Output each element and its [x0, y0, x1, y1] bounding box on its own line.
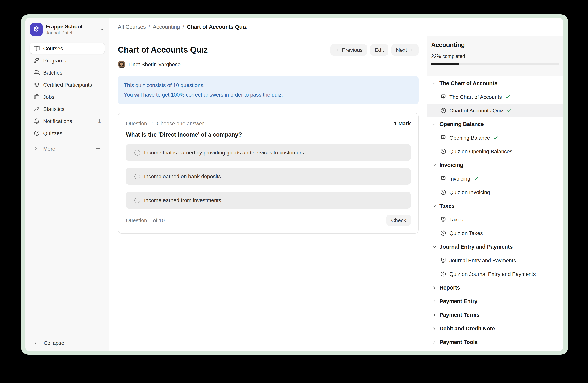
- breadcrumb-link[interactable]: Accounting: [153, 24, 180, 30]
- page-title: Chart of Accounts Quiz: [118, 45, 208, 55]
- chevron-down-icon: [432, 163, 437, 168]
- answer-options: Income that is earned by providing goods…: [126, 144, 411, 209]
- route-icon: [34, 57, 40, 63]
- outline-section-journal-entry-and-payments[interactable]: Journal Entry and Payments: [427, 240, 563, 254]
- section-title: Reports: [440, 285, 460, 291]
- chevron-right-icon: [432, 340, 437, 345]
- author-row: Linet Sherin Varghese: [118, 60, 419, 68]
- quiz-icon: [440, 271, 446, 277]
- workspace-title: Frappe School: [46, 23, 99, 30]
- chevron-right-icon: [410, 48, 414, 52]
- sidebar-item-label: Quizzes: [43, 130, 101, 136]
- course-title: Accounting: [431, 41, 559, 48]
- section-title: The Chart of Accounts: [440, 80, 497, 86]
- chevron-right-icon: [432, 285, 437, 290]
- sidebar-item-label: Courses: [43, 45, 101, 51]
- trending-up-icon: [34, 106, 40, 112]
- author-avatar: [118, 60, 126, 68]
- outline-section-payment-terms[interactable]: Payment Terms: [427, 308, 563, 322]
- plus-icon[interactable]: [95, 146, 101, 151]
- breadcrumb-current: Chart of Accounts Quiz: [187, 24, 247, 30]
- outline-item-opening-balance[interactable]: Opening Balance: [427, 131, 563, 145]
- chevron-down-icon[interactable]: [99, 27, 105, 32]
- outline-item-quiz-on-opening-balances[interactable]: Quiz on Opening Balances: [427, 145, 563, 158]
- previous-button[interactable]: Previous: [330, 44, 367, 56]
- chevron-right-icon: [34, 146, 39, 151]
- outline-item-quiz-on-invoicing[interactable]: Quiz on Invoicing: [427, 185, 563, 199]
- check-icon: [506, 108, 512, 113]
- outline-item-journal-entry-and-payments[interactable]: Journal Entry and Payments: [427, 254, 563, 267]
- outline-item-label: Taxes: [449, 216, 463, 223]
- briefcase-icon: [34, 94, 40, 100]
- quiz-icon: [440, 148, 446, 154]
- chevron-down-icon: [432, 81, 437, 86]
- breadcrumb-separator: /: [183, 24, 184, 30]
- outline-section-payment-entry[interactable]: Payment Entry: [427, 294, 563, 308]
- outline-item-quiz-on-taxes[interactable]: Quiz on Taxes: [427, 226, 563, 240]
- outline-item-label: Invoicing: [449, 176, 470, 182]
- chevron-right-icon: [432, 312, 437, 317]
- radio-button-icon[interactable]: [134, 173, 140, 179]
- course-progress-header: Accounting 22% completed: [427, 36, 563, 77]
- question-number-label: Question 1:: [126, 120, 153, 126]
- course-outline-list: The Chart of AccountsThe Chart of Accoun…: [427, 77, 563, 351]
- sidebar-item-certified-participants[interactable]: Certified Participants: [30, 79, 105, 90]
- outline-item-invoicing[interactable]: Invoicing: [427, 172, 563, 185]
- breadcrumb-separator: /: [148, 24, 150, 30]
- radio-button-icon[interactable]: [134, 197, 140, 203]
- outline-item-label: Quiz on Invoicing: [449, 189, 490, 195]
- edit-button[interactable]: Edit: [370, 44, 388, 56]
- workspace-switcher[interactable]: Frappe School Jannat Patel: [30, 23, 105, 36]
- more-label: More: [43, 146, 95, 152]
- outline-section-opening-balance[interactable]: Opening Balance: [427, 117, 563, 131]
- book-open-icon: [34, 45, 40, 51]
- collapse-sidebar-button[interactable]: Collapse: [34, 340, 64, 346]
- outline-section-the-chart-of-accounts[interactable]: The Chart of Accounts: [427, 77, 563, 90]
- outline-item-label: Quiz on Journal Entry and Payments: [449, 271, 536, 277]
- outline-item-quiz-on-journal-entry-and-payments[interactable]: Quiz on Journal Entry and Payments: [427, 267, 563, 281]
- lesson-icon: [440, 216, 446, 223]
- outline-section-taxes[interactable]: Taxes: [427, 199, 563, 213]
- sidebar-item-batches[interactable]: Batches: [30, 67, 105, 78]
- outline-section-reports[interactable]: Reports: [427, 281, 563, 294]
- sidebar-item-statistics[interactable]: Statistics: [30, 103, 105, 114]
- lesson-icon: [440, 94, 446, 100]
- outline-section-debit-and-credit-note[interactable]: Debit and Credit Note: [427, 322, 563, 335]
- notice-line: This quiz consists of 10 questions.: [124, 81, 413, 90]
- chevron-right-icon: [432, 326, 437, 331]
- outline-item-label: Quiz on Opening Balances: [449, 148, 512, 154]
- outline-item-taxes[interactable]: Taxes: [427, 213, 563, 226]
- sidebar-item-label: Notifications: [43, 118, 98, 124]
- chevron-left-icon: [335, 48, 339, 52]
- sidebar-item-quizzes[interactable]: Quizzes: [30, 128, 105, 138]
- answer-option-3[interactable]: Income earned from investments: [126, 192, 411, 209]
- app-window: Frappe School Jannat Patel CoursesProgra…: [25, 18, 563, 351]
- outline-item-chart-of-accounts-quiz[interactable]: Chart of Accounts Quiz: [427, 104, 563, 117]
- answer-option-2[interactable]: Income earned on bank deposits: [126, 168, 411, 185]
- outline-section-invoicing[interactable]: Invoicing: [427, 158, 563, 172]
- outline-item-label: The Chart of Accounts: [449, 94, 502, 100]
- check-answer-button[interactable]: Check: [387, 215, 411, 226]
- option-label: Income that is earned by providing goods…: [144, 150, 306, 155]
- chevron-down-icon: [432, 203, 437, 208]
- outline-item-the-chart-of-accounts[interactable]: The Chart of Accounts: [427, 90, 563, 104]
- sidebar-item-courses[interactable]: Courses: [30, 43, 105, 54]
- sidebar-item-programs[interactable]: Programs: [30, 55, 105, 66]
- breadcrumb-link[interactable]: All Courses: [118, 24, 146, 30]
- radio-button-icon[interactable]: [134, 150, 140, 155]
- lesson-icon: [440, 257, 446, 263]
- outline-section-payment-tools[interactable]: Payment Tools: [427, 335, 563, 349]
- collapse-icon: [34, 340, 40, 346]
- sidebar-item-more[interactable]: More: [30, 143, 105, 154]
- section-title: Payment Tools: [440, 339, 478, 345]
- check-icon: [505, 94, 510, 99]
- sidebar-item-label: Programs: [43, 57, 101, 63]
- question-progress: Question 1 of 10: [126, 217, 165, 223]
- answer-option-1[interactable]: Income that is earned by providing goods…: [126, 144, 411, 161]
- users-icon: [34, 69, 40, 76]
- sidebar-item-notifications[interactable]: Notifications1: [30, 115, 105, 126]
- sidebar-item-jobs[interactable]: Jobs: [30, 91, 105, 102]
- next-button[interactable]: Next: [391, 44, 419, 56]
- check-icon: [473, 176, 479, 181]
- quiz-icon: [440, 108, 446, 114]
